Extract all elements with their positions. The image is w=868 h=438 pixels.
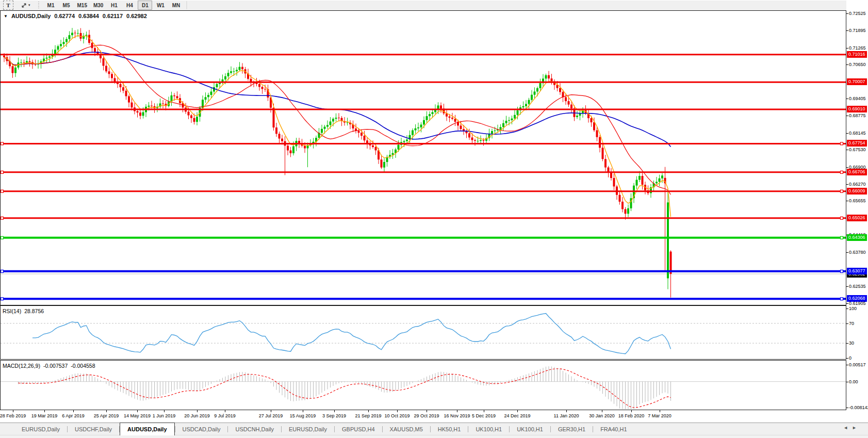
date-label: 19 Mar 2019 [31,413,58,418]
symbol-name: AUDUSD,Daily [11,13,51,19]
price-tick-dash [846,201,848,201]
mt4-window: T ▾ M1M5M15M30H1H4D1W1MN ▼ AUDUSD,Daily … [0,0,868,438]
price-tick-dash [846,133,848,134]
date-tick [334,410,335,412]
hline-price-label[interactable]: 0.67754 [847,140,867,147]
hline-price-label[interactable]: 0.64306 [847,234,867,241]
tab-audusd-daily[interactable]: AUDUSD,Daily [120,423,174,435]
date-tick [271,410,271,412]
hline-handle[interactable] [1,217,4,219]
timeframe-button-m5[interactable]: M5 [59,1,74,10]
hline-handle[interactable] [841,298,843,300]
date-tick [13,410,13,412]
hline-handle[interactable] [841,217,843,219]
price-tick: 0.68145 [849,130,866,136]
price-tick-dash [846,48,848,48]
price-tick-dash [846,30,848,31]
arrow-tools-button[interactable]: ▾ [18,1,33,10]
date-tick [427,410,427,412]
price-tick-dash [846,13,848,14]
macd-canvas[interactable] [0,360,846,410]
timeframe-button-w1[interactable]: W1 [153,1,168,10]
date-label: 20 Jun 2019 [184,413,210,418]
date-axis[interactable]: 28 Feb 201919 Mar 20196 Apr 201925 Apr 2… [0,410,846,423]
hline-price-label[interactable]: 0.69010 [847,106,867,112]
hline-price-label[interactable]: 0.70007 [847,78,867,85]
price-tick: 0.70650 [849,61,866,68]
main-chart-canvas[interactable] [0,10,846,305]
tab-scroll-right-icon[interactable]: ► [852,425,861,430]
hline-price-label[interactable]: 0.66009 [847,188,867,194]
tab-gbpusd-h4[interactable]: GBPUSD,H4 [335,423,382,435]
price-tick-dash [846,150,848,150]
tab-hk50-h1[interactable]: HK50,H1 [431,423,468,435]
chart-tab-bar: EURUSD,DailyUSDCHF,DailyAUDUSD,DailyUSDC… [0,423,868,435]
hline-handle[interactable] [841,236,843,239]
hline-handle[interactable] [1,270,4,272]
price-tick-dash [846,167,848,168]
timeframe-button-mn[interactable]: MN [169,1,183,10]
timeframe-buttons: M1M5M15M30H1H4D1W1MN [43,1,184,10]
ohlc-high: 0.63844 [78,13,99,19]
rsi-axis-label: 70 [849,320,854,327]
timeframe-button-h4[interactable]: H4 [122,1,137,10]
timeframe-button-m30[interactable]: M30 [91,1,106,10]
hline-handle[interactable] [1,171,4,173]
date-tick [602,410,602,412]
macd-axis-label: 0.00 [849,379,858,385]
hline-handle[interactable] [841,171,843,173]
tab-uk100-h1[interactable]: UK100,H1 [468,423,509,435]
price-tick: 0.71265 [849,45,866,51]
tab-scroll-left-icon[interactable]: ◄ [843,425,852,430]
timeframe-button-h1[interactable]: H1 [107,1,121,10]
hline-price-label[interactable]: 0.71016 [847,51,867,58]
rsi-label: RSI(14) [3,308,21,314]
date-label: 25 Apr 2019 [94,413,119,418]
hline-handle[interactable] [841,190,843,192]
timeframe-button-m1[interactable]: M1 [44,1,58,10]
hline-handle[interactable] [841,270,843,272]
tab-uk100-h1[interactable]: UK100,H1 [510,423,550,435]
tab-usdcnh-daily[interactable]: USDCNH,Daily [228,423,281,435]
chart-title: ▼ AUDUSD,Daily 0.62774 0.63844 0.62117 0… [4,13,147,19]
timeframe-button-m15[interactable]: M15 [75,1,90,10]
ohlc-open: 0.62774 [54,13,75,19]
tab-usdchf-daily[interactable]: USDCHF,Daily [68,423,119,435]
hline-price-label[interactable]: 0.66706 [847,169,867,175]
toolbar-separator [187,1,188,9]
price-tick-dash [846,116,848,116]
price-axis[interactable]: 0.725250.718950.712650.706500.694050.687… [846,0,868,438]
date-label: 16 Nov 2019 [444,413,470,418]
toolbar-grip[interactable] [38,2,40,9]
rsi-canvas[interactable] [0,305,846,360]
hline-price-label[interactable]: 0.62068 [847,295,867,302]
macd-tick-dash [846,408,848,408]
timeframe-button-d1[interactable]: D1 [138,1,152,10]
tab-fra40-h1[interactable]: FRA40,H1 [593,423,634,435]
tab-ger30-h1[interactable]: GER30,H1 [551,423,593,435]
date-label: 18 Feb 2020 [618,413,645,418]
symbol-caret-icon[interactable]: ▼ [4,14,8,19]
macd-tick-dash [846,382,848,382]
date-tick [566,410,567,412]
ohlc-close: 0.62982 [126,13,147,19]
date-label: 24 Dec 2019 [504,413,530,418]
hline-handle[interactable] [841,142,843,145]
rsi-axis-label: 100 [849,305,857,312]
price-tick: 0.68775 [849,112,866,119]
dropdown-caret-icon: ▾ [28,3,30,7]
hline-handle[interactable] [1,190,4,192]
hline-handle[interactable] [1,236,4,239]
tab-xauusd-m5[interactable]: XAUUSD,M5 [383,423,430,435]
rsi-tick-dash [846,309,848,309]
hline-handle[interactable] [1,298,4,300]
text-label-tool-button[interactable]: T [3,1,13,10]
tab-usdcad-daily[interactable]: USDCAD,Daily [175,423,228,435]
hline-price-label[interactable]: 0.65026 [847,215,867,221]
hline-handle[interactable] [1,142,4,145]
date-label: 28 Feb 2019 [0,413,26,418]
date-tick [137,410,138,412]
tab-eurusd-daily[interactable]: EURUSD,Daily [282,423,334,435]
tab-eurusd-daily[interactable]: EURUSD,Daily [14,423,67,435]
hline-price-label[interactable]: 0.63077 [847,268,867,274]
